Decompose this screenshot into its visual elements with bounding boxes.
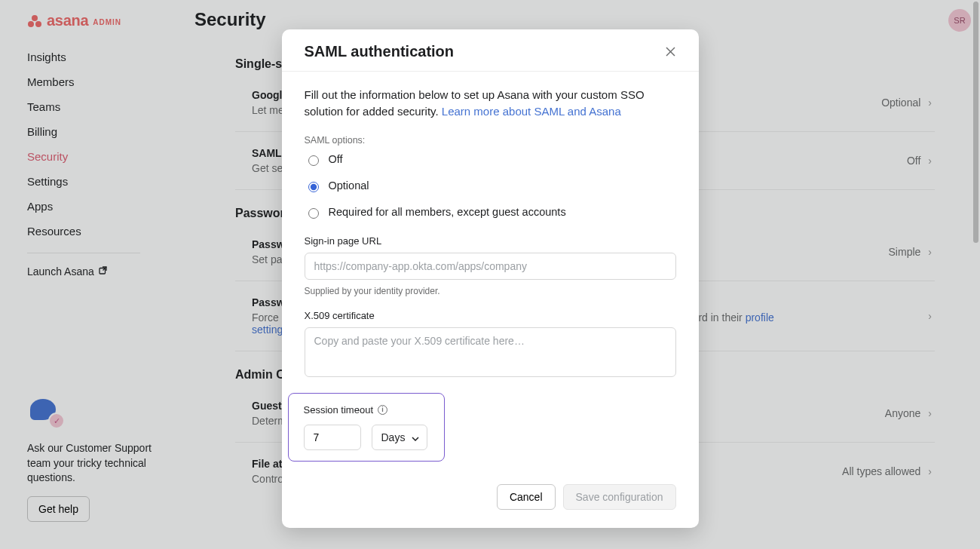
signin-url-label: Sign-in page URL: [305, 235, 676, 247]
modal-title: SAML authentication: [305, 43, 455, 60]
session-unit-label: Days: [381, 431, 406, 443]
signin-url-hint: Supplied by your identity provider.: [305, 286, 676, 296]
saml-options-label: SAML options:: [305, 135, 676, 146]
radio-required-label: Required for all members, except guest a…: [329, 206, 566, 218]
app-root: asana ADMIN Insights Members Teams Billi…: [0, 0, 980, 549]
session-timeout-block: Session timeout i Days: [288, 393, 445, 462]
session-timeout-label: Session timeout i: [304, 404, 433, 416]
radio-required-input[interactable]: [308, 208, 319, 219]
session-timeout-text: Session timeout: [304, 404, 374, 416]
info-icon[interactable]: i: [378, 405, 387, 415]
saml-modal: SAML authentication Fill out the informa…: [282, 29, 699, 528]
radio-off-label: Off: [329, 153, 343, 165]
radio-required[interactable]: Required for all members, except guest a…: [305, 206, 676, 219]
save-configuration-button[interactable]: Save configuration: [563, 484, 676, 510]
cancel-button[interactable]: Cancel: [497, 484, 556, 510]
saml-options-group: Off Optional Required for all members, e…: [305, 153, 676, 219]
radio-optional-input[interactable]: [308, 182, 319, 192]
modal-header: SAML authentication: [282, 29, 699, 72]
cert-block: X.509 certificate: [305, 310, 676, 379]
chevron-down-icon: [412, 431, 419, 443]
signin-url-block: Sign-in page URL Supplied by your identi…: [305, 235, 676, 296]
radio-off-input[interactable]: [308, 155, 319, 166]
modal-description: Fill out the information below to set up…: [305, 87, 676, 120]
session-controls: Days: [304, 425, 433, 450]
session-unit-select[interactable]: Days: [372, 425, 427, 450]
session-value-input[interactable]: [304, 425, 361, 450]
learn-more-link[interactable]: Learn more about SAML and Asana: [442, 105, 621, 118]
radio-optional[interactable]: Optional: [305, 179, 676, 192]
modal-overlay: SAML authentication Fill out the informa…: [0, 0, 980, 549]
close-icon[interactable]: [663, 44, 679, 60]
cert-textarea[interactable]: [305, 327, 676, 377]
cert-label: X.509 certificate: [305, 310, 676, 321]
radio-off[interactable]: Off: [305, 153, 676, 166]
modal-footer: Cancel Save configuration: [282, 481, 699, 528]
modal-body: Fill out the information below to set up…: [282, 72, 699, 481]
signin-url-input[interactable]: [305, 253, 676, 280]
radio-optional-label: Optional: [329, 179, 369, 192]
